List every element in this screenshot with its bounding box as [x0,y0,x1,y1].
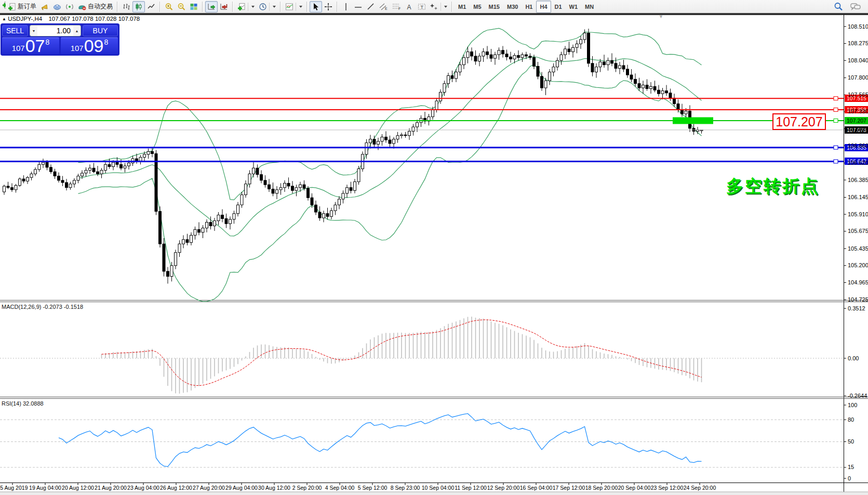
buy-button[interactable]: BUY [83,25,118,36]
macd-histogram [102,317,702,394]
autotrading-label: 自动交易 [88,2,113,11]
timeframe-m5[interactable]: M5 [470,1,485,13]
svg-text:T: T [421,4,424,9]
signals-button[interactable] [63,1,76,12]
toolbar-separator [117,2,118,12]
highlight-segment[interactable] [673,117,713,124]
indicators-icon [285,3,293,11]
text-label-icon: T [418,3,426,11]
caret-down-icon [299,6,302,8]
chart-canvas[interactable] [0,0,868,495]
timeframe-w1[interactable]: W1 [566,1,582,13]
line-chart-icon [147,3,155,11]
signal-icon [65,3,74,11]
tile-windows-button[interactable] [188,1,200,12]
community-button[interactable] [51,1,63,12]
text-label-tool[interactable]: T [416,1,428,12]
caret-down-icon [444,6,447,8]
chat-icon[interactable] [850,2,861,11]
svg-text:A: A [407,3,411,10]
price-callout-box[interactable]: 107.207 [772,113,826,130]
toolbar-separator [451,2,452,12]
equidistant-channel-icon: E [379,3,388,11]
timeframe-d1[interactable]: D1 [551,1,566,13]
trendline-icon [367,3,375,11]
toolbar-separator [159,2,161,12]
sell-price[interactable]: 107 07 8 [2,37,59,54]
line-chart-button[interactable] [145,1,157,12]
caret-down-icon [273,6,276,8]
text-tool[interactable]: A [403,1,416,12]
sell-price-big: 07 [25,38,45,54]
horizontal-line-tool[interactable] [352,1,365,12]
crosshair-tool-button[interactable] [322,1,335,12]
buy-price-big: 09 [84,38,104,54]
profiles-dropdown[interactable] [257,1,278,12]
tile-windows-icon [190,3,198,11]
arrow-shapes-icon [430,3,438,11]
symbol-info-line: ▲ USDJPY-,H4 107.067 107.078 107.028 107… [2,16,140,22]
rsi-line [59,413,702,466]
symbol-arrow-icon: ▲ [2,17,6,21]
timeframe-bar: M1M5M15M30H1H4D1W1MN [455,1,597,13]
horizontal-line-icon [354,3,363,11]
toolbar-separator [202,2,203,12]
crosshair-icon [324,3,332,11]
toolbar-separator [306,2,308,12]
new-order-button[interactable]: 新订单 [6,1,38,12]
volume-increase-button[interactable]: ▲ [73,25,81,36]
auto-scroll-button[interactable] [205,1,218,12]
ohlc-values: 107.067 107.078 107.028 107.078 [48,16,140,22]
candlestick-chart-icon [135,3,143,11]
buy-price-pip: 8 [104,38,109,46]
clock-icon [259,3,267,11]
trendline-tool[interactable] [365,1,377,12]
buy-price-prefix: 107 [71,44,84,53]
svg-text:E: E [385,7,388,10]
channel-tool[interactable]: E [377,1,390,12]
new-chart-dropdown[interactable] [235,1,257,12]
timeframe-h1[interactable]: H1 [522,1,536,13]
symbol-period-label: USDJPY-,H4 [8,16,42,22]
alerts-button[interactable] [38,1,51,12]
autotrading-icon [78,3,86,11]
zoom-in-icon [165,3,173,11]
buy-price[interactable]: 107 09 8 [61,37,118,54]
chart-shift-marker[interactable]: ▼ [659,14,663,19]
sell-button[interactable]: SELL [2,25,28,36]
arrows-dropdown[interactable] [428,1,449,12]
auto-scroll-icon [207,3,216,11]
main-toolbar: 新订单 自动交易 [0,0,868,14]
document-plus-icon [2,1,6,9]
caret-down-icon [251,6,255,8]
new-order-label: 新订单 [18,2,36,11]
cursor-icon [312,3,320,11]
volume-input[interactable] [37,25,73,36]
timeframe-h4[interactable]: H4 [536,1,551,13]
annotation-text[interactable]: 多空转折点 [726,175,820,198]
chart-shift-icon [220,3,228,11]
timeframe-m1[interactable]: M1 [455,1,470,13]
cursor-tool-button[interactable] [310,1,322,12]
chart-shift-button[interactable] [218,1,230,12]
toolbar-separator [280,2,281,12]
candlesticks [3,29,703,283]
timeframe-m30[interactable]: M30 [503,1,522,13]
vertical-line-tool[interactable] [340,1,352,12]
indicators-dropdown[interactable] [283,1,304,12]
vertical-line-icon [342,3,350,11]
bar-chart-button[interactable] [120,1,132,12]
autotrading-button[interactable]: 自动交易 [76,1,115,12]
zoom-in-button[interactable] [163,1,175,12]
clipped-toolbar-icon[interactable] [2,1,6,12]
search-icon[interactable] [834,2,843,11]
timeframe-m15[interactable]: M15 [485,1,503,13]
fibonacci-icon: F [392,3,401,11]
timeframe-mn[interactable]: MN [581,1,597,13]
fibonacci-tool[interactable]: F [390,1,403,12]
zoom-out-button[interactable] [175,1,188,12]
svg-text:F: F [398,7,400,10]
candlestick-chart-button[interactable] [132,1,145,12]
toolbar-separator [337,2,338,12]
volume-decrease-button[interactable]: ▼ [30,25,37,36]
